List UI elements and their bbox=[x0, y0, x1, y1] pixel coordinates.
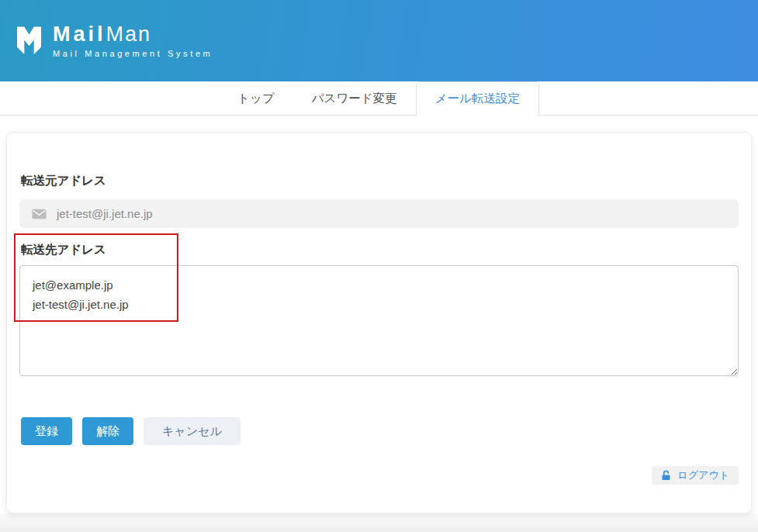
register-button[interactable]: 登録 bbox=[21, 417, 72, 445]
unlock-icon bbox=[661, 470, 671, 481]
forward-source-field: jet-test@ji.jet.ne.jp bbox=[19, 199, 739, 228]
forward-source-label: 転送元アドレス bbox=[21, 173, 739, 188]
page-background-strip bbox=[0, 513, 758, 532]
brand-block: MailMan Mail Management System bbox=[53, 24, 213, 58]
forward-dest-textarea[interactable]: jet@example.jp jet-test@ji.jet.ne.jp bbox=[19, 265, 739, 376]
nav-gap bbox=[0, 116, 758, 132]
envelope-icon bbox=[32, 209, 47, 219]
tab-password-change[interactable]: パスワード変更 bbox=[293, 81, 416, 116]
tab-top[interactable]: トップ bbox=[219, 81, 293, 116]
forward-dest-label: 転送先アドレス bbox=[21, 242, 739, 257]
tab-mail-forwarding[interactable]: メール転送設定 bbox=[416, 81, 539, 116]
content-card: 転送元アドレス jet-test@ji.jet.ne.jp 転送先アドレス je… bbox=[6, 132, 752, 513]
logout-label: ログアウト bbox=[677, 468, 729, 482]
logout-row: ログアウト bbox=[19, 466, 739, 485]
brand-title: MailMan bbox=[53, 24, 213, 45]
brand-title-bold: Mail bbox=[53, 22, 106, 46]
logout-button[interactable]: ログアウト bbox=[652, 466, 739, 485]
forward-source-value: jet-test@ji.jet.ne.jp bbox=[57, 207, 153, 220]
app-header: MailMan Mail Management System bbox=[0, 0, 758, 81]
cancel-button[interactable]: キャンセル bbox=[144, 417, 241, 445]
brand-title-light: Man bbox=[106, 22, 152, 46]
remove-button[interactable]: 解除 bbox=[82, 417, 133, 445]
brand-tagline: Mail Management System bbox=[53, 49, 213, 58]
action-buttons-row: 登録 解除 キャンセル bbox=[21, 417, 739, 445]
main-nav: トップ パスワード変更 メール転送設定 bbox=[0, 81, 758, 116]
mailman-logo-icon bbox=[17, 26, 41, 57]
